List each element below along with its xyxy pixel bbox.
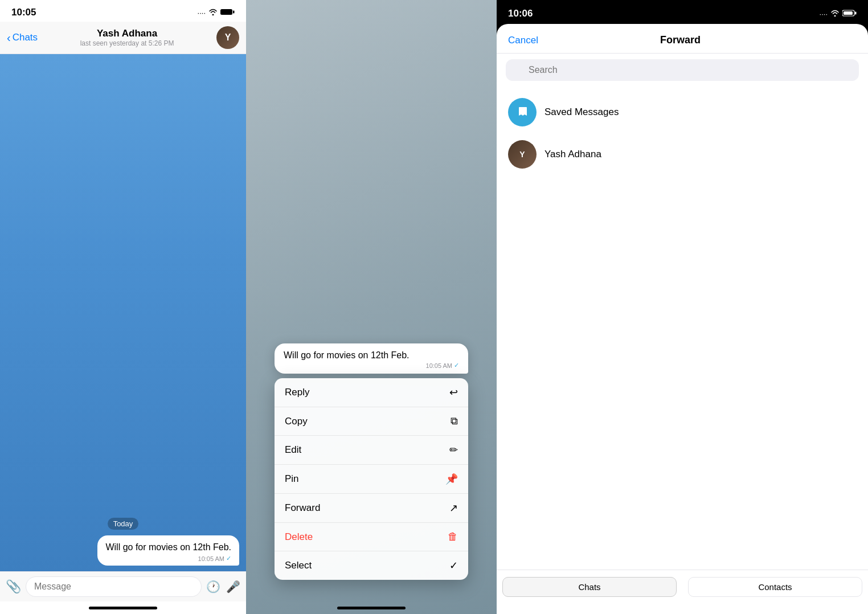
context-menu: Reply ↩ Copy ⧉ Edit ✏ Pin 📌 Forward ↗ De… <box>275 378 468 580</box>
tab-chats[interactable]: Chats <box>502 577 677 597</box>
preview-check-icon: ✓ <box>454 362 459 369</box>
status-bar-p1: 10:05 ···· <box>0 0 246 22</box>
status-bar-p3: 10:06 ···· <box>497 0 868 24</box>
forward-panel: 10:06 ···· Cancel Forw <box>497 0 868 614</box>
context-edit-label: Edit <box>285 444 301 456</box>
tab-contacts-label: Contacts <box>758 582 792 592</box>
context-reply-label: Reply <box>285 387 309 398</box>
context-delete[interactable]: Delete 🗑 <box>275 523 468 551</box>
context-reply[interactable]: Reply ↩ <box>275 378 468 407</box>
context-forward[interactable]: Forward ↗ <box>275 494 468 523</box>
preview-time: 10:05 AM <box>426 362 452 369</box>
message-input[interactable] <box>26 576 202 597</box>
message-check-icon: ✓ <box>226 555 231 562</box>
edit-icon: ✏ <box>449 444 458 456</box>
status-time-p1: 10:05 <box>11 7 36 18</box>
select-icon: ✓ <box>449 559 458 572</box>
context-copy-label: Copy <box>285 416 308 427</box>
pin-icon: 📌 <box>445 473 458 485</box>
forward-content: Cancel Forward 🔍 Saved Messages <box>497 24 868 614</box>
contacts-list: Saved Messages Y Yash Adhana <box>497 87 868 570</box>
search-wrapper: 🔍 <box>506 59 859 81</box>
context-select-label: Select <box>285 560 312 571</box>
context-delete-label: Delete <box>285 531 313 543</box>
yash-adhana-name: Yash Adhana <box>544 149 601 160</box>
context-forward-label: Forward <box>285 502 320 514</box>
back-button[interactable]: ‹ Chats <box>7 31 38 44</box>
svg-rect-0 <box>220 9 232 15</box>
signal-icon-p3: ···· <box>820 10 828 18</box>
preview-message-bubble: Will go for movies on 12th Feb. 10:05 AM… <box>275 343 468 374</box>
message-text: Will go for movies on 12th Feb. <box>105 541 231 554</box>
tab-contacts[interactable]: Contacts <box>688 577 862 597</box>
wifi-icon <box>208 9 218 17</box>
signal-icon: ···· <box>198 9 206 17</box>
chat-panel: 10:05 ···· ‹ Chats Yas <box>0 0 246 614</box>
chat-header: ‹ Chats Yash Adhana last seen yesterday … <box>0 22 246 54</box>
home-indicator-p1 <box>0 601 246 614</box>
battery-icon-p3 <box>842 10 857 18</box>
chat-background: Today Will go for movies on 12th Feb. 10… <box>0 54 246 571</box>
input-icons: 🕐 🎤 <box>206 580 240 593</box>
message-bubble[interactable]: Will go for movies on 12th Feb. 10:05 AM… <box>97 535 239 566</box>
cancel-button[interactable]: Cancel <box>508 35 538 46</box>
svg-rect-3 <box>844 11 853 15</box>
back-label: Chats <box>13 32 38 43</box>
avatar-char: Y <box>225 32 231 43</box>
input-bar: 📎 🕐 🎤 <box>0 571 246 601</box>
context-edit[interactable]: Edit ✏ <box>275 436 468 465</box>
context-pin[interactable]: Pin 📌 <box>275 465 468 494</box>
preview-message-text: Will go for movies on 12th Feb. <box>284 350 459 361</box>
saved-messages-avatar <box>508 98 537 126</box>
context-select[interactable]: Select ✓ <box>275 551 468 580</box>
date-divider: Today <box>7 518 239 530</box>
yash-adhana-avatar: Y <box>508 140 537 169</box>
context-area: Will go for movies on 12th Feb. 10:05 AM… <box>275 343 468 580</box>
preview-meta: 10:05 AM ✓ <box>284 362 459 369</box>
date-pill: Today <box>108 518 139 530</box>
svg-rect-1 <box>233 10 235 13</box>
forward-title: Forward <box>660 34 701 46</box>
mic-icon[interactable]: 🎤 <box>226 580 240 593</box>
contact-yash-adhana[interactable]: Y Yash Adhana <box>497 133 868 175</box>
forward-icon: ↗ <box>449 502 458 514</box>
svg-rect-4 <box>855 11 857 14</box>
delete-icon: 🗑 <box>448 531 458 543</box>
schedule-icon[interactable]: 🕐 <box>206 580 220 593</box>
message-meta: 10:05 AM ✓ <box>105 555 231 562</box>
search-input[interactable] <box>506 59 859 81</box>
copy-icon: ⧉ <box>451 415 458 427</box>
context-copy[interactable]: Copy ⧉ <box>275 407 468 436</box>
attach-icon[interactable]: 📎 <box>6 579 21 594</box>
contact-status: last seen yesterday at 5:26 PM <box>38 39 216 47</box>
wifi-icon-p3 <box>830 10 840 18</box>
forward-header: Cancel Forward <box>497 24 868 54</box>
chat-header-center: Yash Adhana last seen yesterday at 5:26 … <box>38 28 216 47</box>
battery-icon <box>220 9 235 17</box>
avatar[interactable]: Y <box>216 26 239 49</box>
status-icons-p1: ···· <box>198 9 235 17</box>
context-menu-panel: Will go for movies on 12th Feb. 10:05 AM… <box>246 0 497 614</box>
status-icons-p3: ···· <box>820 10 857 18</box>
tab-chats-label: Chats <box>578 582 600 592</box>
bottom-tabs: Chats Contacts <box>497 570 868 614</box>
home-bar-p2 <box>337 607 406 609</box>
saved-messages-name: Saved Messages <box>544 107 619 118</box>
search-bar: 🔍 <box>497 54 868 87</box>
back-chevron-icon: ‹ <box>7 31 11 44</box>
message-time: 10:05 AM <box>198 555 224 562</box>
reply-icon: ↩ <box>449 386 458 399</box>
context-pin-label: Pin <box>285 473 299 485</box>
status-time-p3: 10:06 <box>508 8 533 19</box>
contact-saved-messages[interactable]: Saved Messages <box>497 91 868 133</box>
home-bar-p1 <box>89 607 157 609</box>
contact-name: Yash Adhana <box>38 28 216 39</box>
